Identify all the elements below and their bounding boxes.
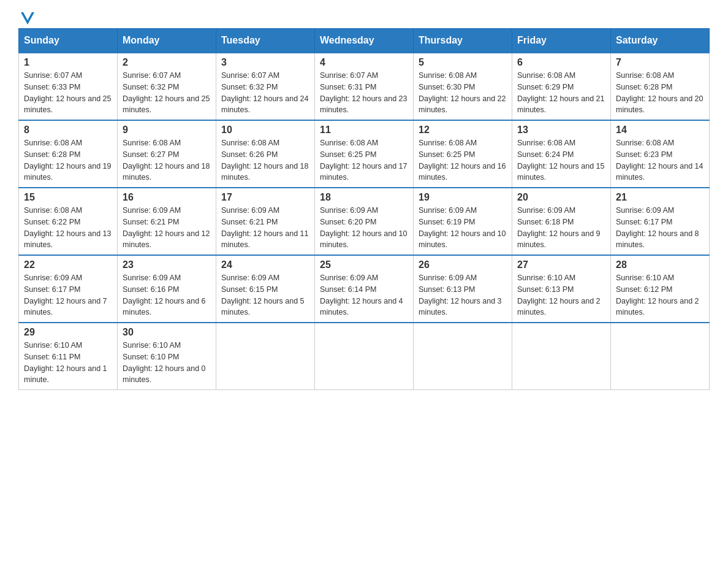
calendar-week-row: 29Sunrise: 6:10 AMSunset: 6:11 PMDayligh… — [19, 323, 710, 390]
logo — [18, 12, 34, 22]
day-info: Sunrise: 6:07 AMSunset: 6:32 PMDaylight:… — [221, 70, 309, 116]
calendar-cell: 29Sunrise: 6:10 AMSunset: 6:11 PMDayligh… — [19, 323, 118, 390]
header-monday: Monday — [118, 29, 216, 53]
calendar-cell — [315, 323, 414, 390]
day-info: Sunrise: 6:09 AMSunset: 6:13 PMDaylight:… — [419, 272, 507, 318]
day-number: 4 — [320, 57, 408, 68]
calendar-cell: 19Sunrise: 6:09 AMSunset: 6:19 PMDayligh… — [414, 188, 512, 255]
day-number: 21 — [616, 192, 704, 203]
day-number: 20 — [517, 192, 605, 203]
header-wednesday: Wednesday — [315, 29, 414, 53]
day-number: 10 — [221, 124, 309, 136]
day-info: Sunrise: 6:07 AMSunset: 6:31 PMDaylight:… — [320, 70, 408, 116]
day-info: Sunrise: 6:08 AMSunset: 6:25 PMDaylight:… — [320, 137, 408, 183]
day-number: 12 — [419, 124, 507, 136]
header-tuesday: Tuesday — [216, 29, 315, 53]
calendar-cell: 17Sunrise: 6:09 AMSunset: 6:21 PMDayligh… — [216, 188, 315, 255]
calendar-week-row: 15Sunrise: 6:08 AMSunset: 6:22 PMDayligh… — [19, 188, 710, 255]
day-info: Sunrise: 6:09 AMSunset: 6:18 PMDaylight:… — [517, 205, 605, 251]
day-number: 6 — [517, 57, 605, 68]
header-thursday: Thursday — [414, 29, 512, 53]
day-number: 29 — [24, 327, 112, 338]
day-info: Sunrise: 6:09 AMSunset: 6:15 PMDaylight:… — [221, 272, 309, 318]
day-number: 9 — [123, 124, 211, 136]
day-info: Sunrise: 6:08 AMSunset: 6:25 PMDaylight:… — [419, 137, 507, 183]
day-number: 24 — [221, 259, 309, 270]
calendar-header-row: SundayMondayTuesdayWednesdayThursdayFrid… — [19, 29, 710, 53]
day-info: Sunrise: 6:09 AMSunset: 6:17 PMDaylight:… — [616, 205, 704, 251]
calendar-cell — [216, 323, 315, 390]
day-number: 11 — [320, 124, 408, 136]
day-number: 17 — [221, 192, 309, 203]
day-info: Sunrise: 6:07 AMSunset: 6:32 PMDaylight:… — [123, 70, 211, 116]
calendar-cell: 25Sunrise: 6:09 AMSunset: 6:14 PMDayligh… — [315, 255, 414, 323]
calendar-cell: 26Sunrise: 6:09 AMSunset: 6:13 PMDayligh… — [414, 255, 512, 323]
day-info: Sunrise: 6:09 AMSunset: 6:16 PMDaylight:… — [123, 272, 211, 318]
calendar-cell: 15Sunrise: 6:08 AMSunset: 6:22 PMDayligh… — [19, 188, 118, 255]
calendar-cell: 22Sunrise: 6:09 AMSunset: 6:17 PMDayligh… — [19, 255, 118, 323]
day-info: Sunrise: 6:08 AMSunset: 6:23 PMDaylight:… — [616, 137, 704, 183]
header-saturday: Saturday — [611, 29, 710, 53]
day-info: Sunrise: 6:08 AMSunset: 6:28 PMDaylight:… — [24, 137, 112, 183]
day-info: Sunrise: 6:08 AMSunset: 6:24 PMDaylight:… — [517, 137, 605, 183]
day-info: Sunrise: 6:09 AMSunset: 6:20 PMDaylight:… — [320, 205, 408, 251]
day-info: Sunrise: 6:09 AMSunset: 6:17 PMDaylight:… — [24, 272, 112, 318]
day-number: 22 — [24, 259, 112, 270]
day-info: Sunrise: 6:10 AMSunset: 6:10 PMDaylight:… — [123, 340, 211, 386]
calendar-cell: 8Sunrise: 6:08 AMSunset: 6:28 PMDaylight… — [19, 120, 118, 188]
day-info: Sunrise: 6:09 AMSunset: 6:21 PMDaylight:… — [123, 205, 211, 251]
calendar-cell: 21Sunrise: 6:09 AMSunset: 6:17 PMDayligh… — [611, 188, 710, 255]
calendar-cell: 18Sunrise: 6:09 AMSunset: 6:20 PMDayligh… — [315, 188, 414, 255]
calendar-cell: 28Sunrise: 6:10 AMSunset: 6:12 PMDayligh… — [611, 255, 710, 323]
day-info: Sunrise: 6:08 AMSunset: 6:22 PMDaylight:… — [24, 205, 112, 251]
calendar-week-row: 1Sunrise: 6:07 AMSunset: 6:33 PMDaylight… — [19, 53, 710, 120]
calendar-cell: 30Sunrise: 6:10 AMSunset: 6:10 PMDayligh… — [118, 323, 216, 390]
day-info: Sunrise: 6:07 AMSunset: 6:33 PMDaylight:… — [24, 70, 112, 116]
day-number: 25 — [320, 259, 408, 270]
day-number: 16 — [123, 192, 211, 203]
day-info: Sunrise: 6:08 AMSunset: 6:28 PMDaylight:… — [616, 70, 704, 116]
calendar-cell: 5Sunrise: 6:08 AMSunset: 6:30 PMDaylight… — [414, 53, 512, 120]
calendar-cell: 3Sunrise: 6:07 AMSunset: 6:32 PMDaylight… — [216, 53, 315, 120]
calendar-cell — [414, 323, 512, 390]
calendar-cell: 24Sunrise: 6:09 AMSunset: 6:15 PMDayligh… — [216, 255, 315, 323]
calendar-cell — [611, 323, 710, 390]
day-number: 5 — [419, 57, 507, 68]
day-number: 3 — [221, 57, 309, 68]
calendar-cell: 7Sunrise: 6:08 AMSunset: 6:28 PMDaylight… — [611, 53, 710, 120]
calendar-cell: 27Sunrise: 6:10 AMSunset: 6:13 PMDayligh… — [512, 255, 611, 323]
calendar-cell: 13Sunrise: 6:08 AMSunset: 6:24 PMDayligh… — [512, 120, 611, 188]
calendar-week-row: 8Sunrise: 6:08 AMSunset: 6:28 PMDaylight… — [19, 120, 710, 188]
calendar-cell: 10Sunrise: 6:08 AMSunset: 6:26 PMDayligh… — [216, 120, 315, 188]
calendar-table: SundayMondayTuesdayWednesdayThursdayFrid… — [18, 28, 710, 390]
calendar-week-row: 22Sunrise: 6:09 AMSunset: 6:17 PMDayligh… — [19, 255, 710, 323]
day-info: Sunrise: 6:08 AMSunset: 6:26 PMDaylight:… — [221, 137, 309, 183]
day-info: Sunrise: 6:10 AMSunset: 6:12 PMDaylight:… — [616, 272, 704, 318]
calendar-cell: 9Sunrise: 6:08 AMSunset: 6:27 PMDaylight… — [118, 120, 216, 188]
day-info: Sunrise: 6:10 AMSunset: 6:11 PMDaylight:… — [24, 340, 112, 386]
day-number: 14 — [616, 124, 704, 136]
calendar-cell: 4Sunrise: 6:07 AMSunset: 6:31 PMDaylight… — [315, 53, 414, 120]
day-number: 28 — [616, 259, 704, 270]
logo-triangle-icon — [21, 12, 34, 25]
day-number: 26 — [419, 259, 507, 270]
day-info: Sunrise: 6:08 AMSunset: 6:30 PMDaylight:… — [419, 70, 507, 116]
day-info: Sunrise: 6:08 AMSunset: 6:29 PMDaylight:… — [517, 70, 605, 116]
day-number: 19 — [419, 192, 507, 203]
day-number: 23 — [123, 259, 211, 270]
header-friday: Friday — [512, 29, 611, 53]
calendar-cell: 20Sunrise: 6:09 AMSunset: 6:18 PMDayligh… — [512, 188, 611, 255]
day-number: 30 — [123, 327, 211, 338]
calendar-cell: 1Sunrise: 6:07 AMSunset: 6:33 PMDaylight… — [19, 53, 118, 120]
day-number: 8 — [24, 124, 112, 136]
day-number: 18 — [320, 192, 408, 203]
calendar-cell: 6Sunrise: 6:08 AMSunset: 6:29 PMDaylight… — [512, 53, 611, 120]
calendar-cell: 12Sunrise: 6:08 AMSunset: 6:25 PMDayligh… — [414, 120, 512, 188]
day-info: Sunrise: 6:10 AMSunset: 6:13 PMDaylight:… — [517, 272, 605, 318]
calendar-cell: 14Sunrise: 6:08 AMSunset: 6:23 PMDayligh… — [611, 120, 710, 188]
day-number: 13 — [517, 124, 605, 136]
day-number: 27 — [517, 259, 605, 270]
calendar-cell: 23Sunrise: 6:09 AMSunset: 6:16 PMDayligh… — [118, 255, 216, 323]
header-sunday: Sunday — [19, 29, 118, 53]
day-number: 2 — [123, 57, 211, 68]
